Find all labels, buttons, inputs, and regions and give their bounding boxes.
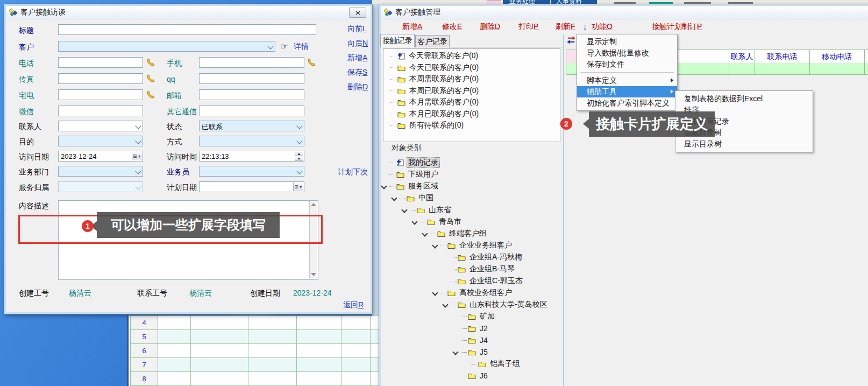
object-tree-item[interactable]: 中国 [392, 193, 435, 203]
sheet-cell[interactable] [158, 329, 191, 344]
menu-item[interactable]: 保存到文件 [577, 59, 677, 70]
sheet-row-number[interactable]: 5 [130, 329, 158, 344]
sheet-cell[interactable] [297, 371, 341, 386]
sheet-cell[interactable] [191, 343, 248, 358]
spinner-up-icon[interactable] [295, 152, 303, 156]
sheet-cell[interactable] [248, 357, 297, 372]
object-tree-item[interactable]: 企业业务组客户 [433, 240, 513, 251]
object-tree-item[interactable]: 高校业务组客户 [433, 287, 513, 298]
plan-date-picker[interactable]: ⊞▼ [199, 181, 304, 192]
object-tree-item[interactable]: 我的记录 [382, 157, 440, 168]
menu-item[interactable]: 初始化客户索引脚本定义 [577, 97, 677, 109]
sheet-cell[interactable] [248, 343, 297, 358]
nav-button-s[interactable]: 保存S [347, 68, 367, 78]
object-tree-item[interactable]: J2 [453, 323, 489, 334]
mobile-input[interactable] [199, 57, 304, 68]
scroll-up-icon[interactable] [311, 203, 316, 206]
menu-item[interactable]: 显示定制 [577, 36, 677, 47]
menu-item[interactable]: 脚本定义 [577, 75, 677, 86]
swap-arrows-icon[interactable] [567, 36, 575, 44]
plan-next-link[interactable]: 计划下次 [338, 167, 368, 177]
menu-item[interactable]: 辅助工具 [577, 86, 677, 97]
customer-combo[interactable] [58, 41, 275, 52]
email-input[interactable] [199, 89, 304, 100]
quick-tree-item[interactable]: 本周需联系的客户(0) [390, 74, 480, 85]
spinner-down-icon[interactable] [295, 157, 303, 161]
nav-button-n[interactable]: 向后N [347, 39, 368, 48]
table-row-cell[interactable] [755, 63, 810, 75]
sheet-cell[interactable] [191, 357, 248, 372]
chevron-expand-icon[interactable] [391, 195, 397, 201]
table-header-cell[interactable]: 联系电话 [755, 50, 810, 64]
table-row-cell[interactable] [729, 63, 755, 75]
sheet-cell[interactable] [341, 329, 371, 344]
sheet-cell[interactable] [158, 357, 191, 372]
tab-contact-records[interactable]: 接触记录 [380, 34, 415, 47]
submenu-item[interactable]: 显示目录树 [675, 138, 813, 150]
object-tree-item[interactable]: 企业组C-郭玉杰 [443, 276, 524, 286]
sheet-cell[interactable] [158, 315, 191, 330]
qq-input[interactable] [199, 73, 304, 84]
phone-icon[interactable] [307, 58, 316, 67]
tab-customer-records[interactable]: 客户记录 [415, 35, 450, 47]
sheet-cell[interactable] [341, 371, 371, 386]
object-tree-item[interactable]: 服务区域 [382, 181, 439, 192]
other-comm-input[interactable] [199, 106, 304, 116]
phone-icon[interactable] [146, 58, 155, 67]
sheet-cell[interactable] [248, 371, 297, 386]
manage-titlebar[interactable]: 客户接触管理 [381, 6, 868, 19]
return-button[interactable]: 返回R [343, 300, 364, 310]
object-tree-item[interactable]: 企业组B-马琴 [443, 264, 516, 275]
submenu-item[interactable]: 复制表格的数据到Excel [675, 93, 813, 104]
visit-time-spinner[interactable]: 22:13:13 [199, 151, 304, 162]
calendar-icon[interactable]: ⊞▼ [132, 152, 142, 160]
contact-combo[interactable] [58, 121, 143, 131]
nav-button-d[interactable]: 删除D [347, 82, 368, 92]
object-tree-item[interactable]: J6 [453, 370, 489, 381]
toolbar-add-button[interactable]: 新增A [402, 22, 422, 32]
object-tree-item[interactable]: 企业组A-冯秋梅 [443, 252, 523, 263]
scroll-down-icon[interactable] [311, 273, 316, 276]
quick-tree-item[interactable]: 所有待联系的(0) [390, 120, 465, 131]
object-tree-item[interactable]: 下级用户 [382, 169, 439, 180]
object-tree-item[interactable]: 矿加 [453, 311, 496, 322]
method-combo[interactable] [199, 136, 304, 146]
toolbar-print-button[interactable]: 打印P [518, 22, 538, 32]
department-combo[interactable] [58, 166, 143, 177]
status-combo[interactable]: 已联系 [199, 121, 304, 131]
table-row-cell[interactable] [809, 63, 865, 75]
chevron-expand-icon[interactable] [401, 207, 407, 213]
title-input[interactable] [58, 24, 316, 35]
object-tree-item[interactable]: 山东省 [402, 205, 452, 215]
toolbar-edit-button[interactable]: 修改E [442, 22, 462, 32]
interview-titlebar[interactable]: 客户接触访谈 [6, 6, 371, 19]
phone-icon[interactable] [146, 90, 155, 99]
visit-date-picker[interactable]: 2023-12-24 ⊞▼ [58, 151, 143, 162]
sheet-row-number[interactable]: 8 [130, 371, 158, 386]
object-tree-item[interactable]: 铝离子组 [464, 359, 521, 369]
object-tree-item[interactable]: J5 [453, 347, 489, 357]
sheet-row-number[interactable]: 4 [130, 315, 158, 330]
sheet-cell[interactable] [297, 329, 341, 344]
toolbar-refresh-button[interactable]: 刷新F [556, 22, 575, 32]
calendar-icon[interactable]: ⊞▼ [293, 183, 303, 191]
close-icon[interactable] [349, 8, 366, 18]
chevron-expand-icon[interactable] [432, 242, 438, 248]
table-row-cell[interactable] [864, 63, 868, 75]
table-header-cell[interactable] [864, 50, 868, 64]
sheet-cell[interactable] [341, 315, 371, 330]
sheet-cell[interactable] [158, 343, 191, 358]
object-tree-item[interactable]: 青岛市 [412, 216, 463, 227]
pointing-hand-icon[interactable]: ☞ [280, 41, 288, 52]
toolbar-delete-button[interactable]: 删除D [480, 22, 500, 32]
purpose-combo[interactable] [58, 136, 143, 146]
menu-item[interactable]: 导入数据/批量修改 [577, 47, 677, 59]
panel-splitter[interactable] [563, 34, 564, 386]
chevron-expand-icon[interactable] [411, 219, 417, 224]
phone-input[interactable] [58, 57, 143, 68]
object-tree-item[interactable]: 山东科技大学-黄岛校区 [443, 299, 549, 310]
sheet-cell[interactable] [191, 371, 248, 386]
quick-tree-item[interactable]: 本月需联系的客户(0) [390, 97, 480, 108]
chevron-expand-icon[interactable] [452, 349, 458, 355]
sheet-cell[interactable] [297, 357, 341, 372]
